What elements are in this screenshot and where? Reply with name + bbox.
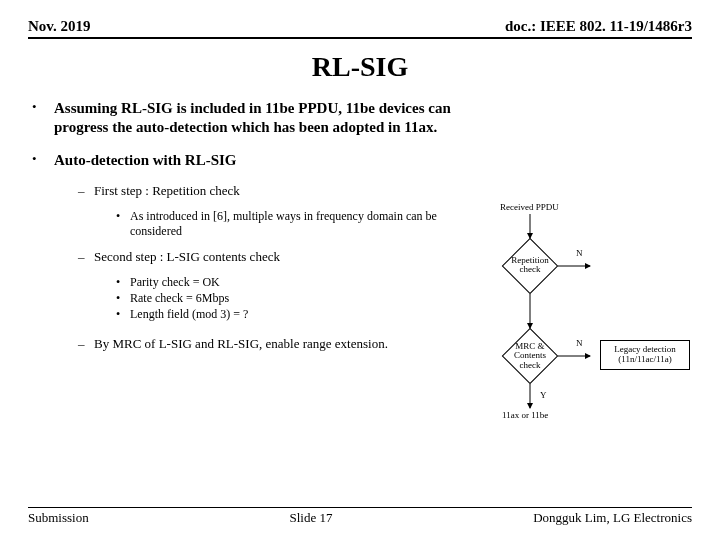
sub-2a: Parity check = OK — [130, 275, 220, 290]
footer-mid: Slide 17 — [289, 510, 332, 526]
flow-diamond-contents-label: MRC &Contentscheck — [504, 342, 556, 370]
header-doc: doc.: IEEE 802. 11-19/1486r3 — [505, 18, 692, 35]
sub-1a: As introduced in [6], multiple ways in f… — [130, 209, 476, 239]
sub-1: First step : Repetition check — [94, 183, 240, 199]
flow-end: 11ax or 11be — [502, 410, 548, 420]
sub-3: By MRC of L-SIG and RL-SIG, enable range… — [94, 336, 388, 352]
sub-2b: Rate check = 6Mbps — [130, 291, 229, 306]
sub-2: Second step : L-SIG contents check — [94, 249, 280, 265]
subdot-icon: • — [116, 307, 130, 322]
flow-y: Y — [540, 390, 547, 400]
subdot-icon: • — [116, 209, 130, 239]
footer-left: Submission — [28, 510, 89, 526]
footer-right: Dongguk Lim, LG Electronics — [533, 510, 692, 526]
flow-diamond-repetition-label: Repetitioncheck — [504, 256, 556, 275]
dash-icon: – — [78, 183, 94, 199]
subdot-icon: • — [116, 291, 130, 306]
subdot-icon: • — [116, 275, 130, 290]
sub-2c: Length field (mod 3) = ? — [130, 307, 248, 322]
flow-legacy-box: Legacy detection(11n/11ac/11a) — [600, 340, 690, 370]
bullet-icon: • — [28, 151, 54, 170]
dash-icon: – — [78, 249, 94, 265]
flowchart: Received PPDU Repetitioncheck N — [460, 202, 700, 462]
flow-n-2: N — [576, 338, 583, 348]
bullet-2: Auto-detection with RL-SIG — [54, 151, 692, 170]
slide-footer: Submission Slide 17 Dongguk Lim, LG Elec… — [28, 507, 692, 526]
bullet-1: Assuming RL-SIG is included in 11be PPDU… — [54, 99, 692, 137]
slide-header: Nov. 2019 doc.: IEEE 802. 11-19/1486r3 — [28, 18, 692, 39]
dash-icon: – — [78, 336, 94, 352]
flow-arrows — [460, 202, 700, 462]
header-date: Nov. 2019 — [28, 18, 91, 35]
bullet-icon: • — [28, 99, 54, 137]
flow-n-1: N — [576, 248, 583, 258]
slide-title: RL-SIG — [28, 51, 692, 83]
